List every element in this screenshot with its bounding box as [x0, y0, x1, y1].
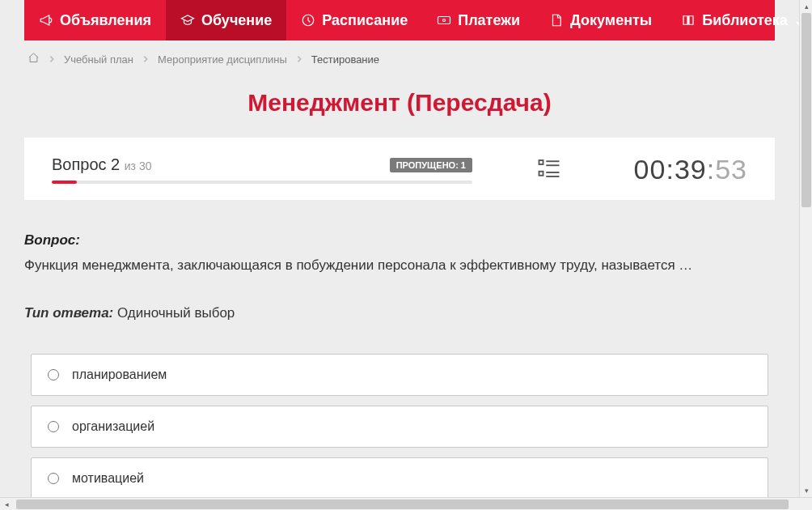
answer-radio[interactable]: [48, 369, 59, 380]
answer-radio[interactable]: [48, 421, 59, 432]
megaphone-icon: [39, 13, 53, 28]
nav-item-объявления[interactable]: Объявления: [24, 0, 166, 40]
timer-seconds: 39: [675, 154, 707, 185]
timer-minutes: 00: [634, 154, 666, 185]
question-counter: ПРОПУЩЕНО: 1 Вопрос 2 из 30: [52, 155, 472, 174]
book-icon: [681, 13, 696, 28]
answer-option[interactable]: планированием: [31, 354, 768, 396]
scroll-thumb[interactable]: [801, 13, 811, 207]
answer-type-value: Одиночный выбор: [117, 305, 235, 321]
nav-label: Расписание: [322, 12, 408, 29]
skipped-badge: ПРОПУЩЕНО: 1: [390, 158, 472, 172]
svg-rect-3: [539, 160, 543, 164]
top-nav: ОбъявленияОбучениеРасписаниеПлатежиДокум…: [24, 0, 775, 40]
vertical-scrollbar[interactable]: ▴ ▾: [799, 0, 812, 497]
answer-text: мотивацией: [72, 471, 144, 486]
page-title: Менеджмент (Пересдача): [0, 74, 799, 138]
question-label: Вопрос:: [24, 232, 775, 249]
cap-icon: [180, 13, 195, 28]
nav-label: Библиотека: [702, 12, 788, 29]
answer-type-label: Тип ответа:: [24, 305, 113, 321]
scroll-thumb[interactable]: [16, 499, 789, 509]
nav-label: Объявления: [60, 12, 151, 29]
chevron-right-icon: [48, 53, 56, 66]
nav-item-платежи[interactable]: Платежи: [422, 0, 535, 40]
chevron-right-icon: [295, 53, 303, 66]
question-number: 2: [111, 155, 120, 173]
scroll-left-arrow-icon[interactable]: ◂: [0, 498, 13, 510]
answer-type: Тип ответа: Одиночный выбор: [24, 305, 775, 321]
progress-bar: [52, 181, 472, 184]
scroll-down-arrow-icon[interactable]: ▾: [800, 484, 812, 497]
nav-label: Документы: [570, 12, 652, 29]
answer-option[interactable]: мотивацией: [31, 457, 768, 498]
svg-point-2: [443, 19, 446, 22]
svg-rect-4: [539, 171, 543, 175]
nav-item-расписание[interactable]: Расписание: [286, 0, 422, 40]
answer-text: организацией: [72, 419, 154, 434]
question-text: Функция менеджмента, заключающаяся в поб…: [24, 255, 775, 276]
breadcrumb: Учебный план Мероприятие дисциплины Тест…: [0, 40, 799, 74]
home-icon[interactable]: [27, 52, 40, 66]
of-word: из: [125, 159, 136, 172]
answer-text: планированием: [72, 368, 167, 382]
answers-list: планированиеморганизациеймотивацией: [24, 354, 775, 498]
nav-label: Платежи: [458, 12, 520, 29]
breadcrumb-link[interactable]: Мероприятие дисциплины: [158, 53, 287, 66]
chevron-right-icon: [142, 53, 150, 66]
progress-fill: [52, 181, 77, 184]
question-list-icon[interactable]: [537, 156, 561, 184]
nav-item-обучение[interactable]: Обучение: [166, 0, 286, 40]
clock-icon: [301, 13, 315, 28]
nav-item-библиотека[interactable]: Библиотека: [666, 0, 812, 40]
status-card: ПРОПУЩЕНО: 1 Вопрос 2 из 30: [24, 138, 775, 200]
doc-icon: [549, 13, 564, 28]
nav-item-документы[interactable]: Документы: [535, 0, 666, 40]
card-icon: [437, 13, 451, 28]
answer-radio[interactable]: [48, 473, 59, 484]
question-total: 30: [139, 159, 152, 172]
timer-centiseconds: 53: [715, 154, 747, 185]
timer: 00:39:53: [634, 154, 747, 185]
breadcrumb-current: Тестирование: [311, 53, 379, 66]
breadcrumb-link[interactable]: Учебный план: [64, 53, 133, 66]
answer-option[interactable]: организацией: [31, 406, 768, 448]
svg-rect-1: [438, 17, 450, 24]
horizontal-scrollbar[interactable]: ◂ ▸: [0, 497, 812, 510]
nav-label: Обучение: [201, 12, 272, 29]
question-word: Вопрос: [52, 155, 107, 173]
scroll-up-arrow-icon[interactable]: ▴: [800, 0, 812, 13]
